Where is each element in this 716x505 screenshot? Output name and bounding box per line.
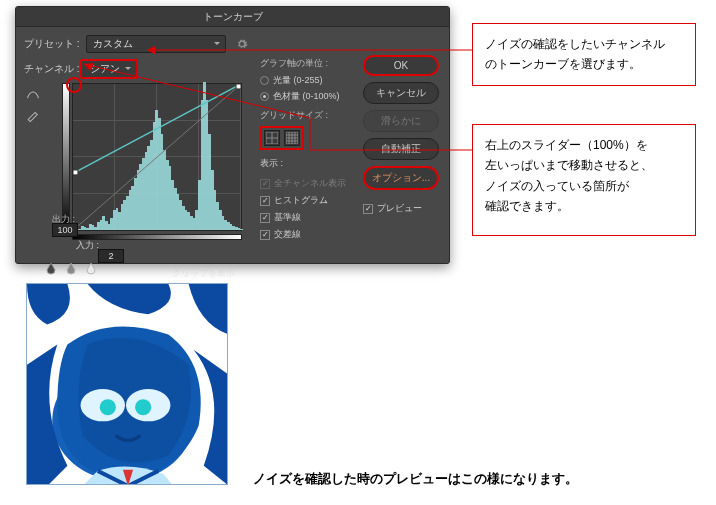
- preview-image: [26, 283, 228, 485]
- preview-check[interactable]: ✓プレビュー: [363, 202, 439, 215]
- check-intersection[interactable]: ✓交差線: [260, 228, 346, 241]
- gear-icon[interactable]: [236, 38, 248, 50]
- button-column: OK キャンセル 滑らかに 自動補正 オプション... ✓プレビュー: [363, 55, 439, 215]
- dialog-body: プリセット : カスタム チャンネル : シアン: [16, 27, 449, 91]
- eyedropper-black-icon[interactable]: [46, 263, 56, 275]
- check-histogram-label: ヒストグラム: [274, 194, 328, 207]
- preview-label: プレビュー: [377, 202, 422, 215]
- curve-tool-icon[interactable]: [24, 87, 42, 101]
- annotation-2-line-2: 左いっぱいまで移動させると、: [485, 155, 683, 175]
- radio-pigment[interactable]: 色材量 (0-100%): [260, 90, 366, 103]
- check-baseline-label: 基準線: [274, 211, 301, 224]
- grid-size-label: グリッドサイズ :: [260, 109, 366, 122]
- annotation-2-line-3: ノイズの入っている箇所が: [485, 176, 683, 196]
- radio-light[interactable]: 光量 (0-255): [260, 74, 366, 87]
- output-value[interactable]: 100: [52, 223, 78, 237]
- eyedropper-white-icon[interactable]: [86, 263, 96, 275]
- grid-size-buttons: [260, 126, 304, 150]
- auto-correct-button[interactable]: 自動補正: [363, 138, 439, 160]
- annotation-1-line-2: のトーンカーブを選びます。: [485, 54, 683, 74]
- curve-tools: [24, 87, 46, 123]
- channel-value: シアン: [90, 63, 120, 74]
- svg-point-26: [135, 399, 151, 415]
- channel-label: チャンネル :: [24, 62, 80, 76]
- input-value[interactable]: 2: [98, 249, 124, 263]
- radio-light-label: 光量 (0-255): [273, 74, 323, 87]
- tone-curve-dialog: トーンカーブ プリセット : カスタム チャンネル : シアン: [15, 6, 450, 264]
- curve-line: [73, 84, 241, 230]
- check-intersection-label: 交差線: [274, 228, 301, 241]
- display-options: グラフ軸の単位 : 光量 (0-255) 色材量 (0-100%) グリッドサイ…: [260, 57, 366, 158]
- preset-label: プリセット :: [24, 37, 80, 51]
- highlight-circle-icon: [65, 76, 83, 94]
- input-label: 入力 :: [76, 239, 99, 252]
- check-baseline[interactable]: ✓基準線: [260, 211, 346, 224]
- svg-rect-2: [73, 170, 78, 175]
- check-channel-overlay[interactable]: ✓全チャンネル表示: [260, 177, 346, 190]
- preview-caption: ノイズを確認した時のプレビューはこの様になります。: [253, 470, 578, 488]
- eyedropper-row: [46, 263, 96, 275]
- svg-rect-3: [236, 84, 241, 89]
- checkbox-icon: ✓: [363, 204, 373, 214]
- svg-point-25: [100, 399, 116, 415]
- annotation-2-line-1: 右上のスライダー（100%）を: [485, 135, 683, 155]
- preset-select[interactable]: カスタム: [86, 35, 226, 53]
- svg-point-4: [67, 78, 81, 92]
- annotation-2: 右上のスライダー（100%）を 左いっぱいまで移動させると、 ノイズの入っている…: [472, 124, 696, 236]
- show-checks: ✓全チャンネル表示 ✓ヒストグラム ✓基準線 ✓交差線: [260, 177, 346, 245]
- output-gradient: [62, 83, 70, 231]
- annotation-1-line-1: ノイズの確認をしたいチャンネル: [485, 34, 683, 54]
- eyedropper-gray-icon[interactable]: [66, 263, 76, 275]
- annotation-2-line-4: 確認できます。: [485, 196, 683, 216]
- checkbox-icon: ✓: [260, 213, 270, 223]
- curve-graph[interactable]: [72, 83, 242, 231]
- smooth-button: 滑らかに: [363, 110, 439, 132]
- dialog-title: トーンカーブ: [16, 7, 449, 27]
- annotation-1: ノイズの確認をしたいチャンネル のトーンカーブを選びます。: [472, 23, 696, 86]
- ok-button[interactable]: OK: [363, 55, 439, 76]
- grid-coarse-button[interactable]: [264, 130, 280, 146]
- options-button[interactable]: オプション...: [363, 166, 439, 190]
- preset-value: カスタム: [93, 38, 133, 49]
- preset-row: プリセット : カスタム: [24, 35, 441, 53]
- pencil-tool-icon[interactable]: [24, 109, 42, 123]
- check-histogram[interactable]: ✓ヒストグラム: [260, 194, 346, 207]
- radio-icon: [260, 92, 269, 101]
- cancel-button[interactable]: キャンセル: [363, 82, 439, 104]
- clip-show-label: クリップを表示: [172, 267, 235, 280]
- channel-select[interactable]: シアン: [80, 59, 138, 79]
- radio-pigment-label: 色材量 (0-100%): [273, 90, 340, 103]
- axis-unit-label: グラフ軸の単位 :: [260, 57, 366, 70]
- radio-icon: [260, 76, 269, 85]
- checkbox-icon: ✓: [260, 230, 270, 240]
- svg-line-0: [73, 84, 241, 230]
- svg-line-1: [74, 84, 241, 173]
- check-channel-overlay-label: 全チャンネル表示: [274, 177, 346, 190]
- checkbox-icon: ✓: [260, 179, 270, 189]
- show-label: 表示 :: [260, 157, 283, 170]
- grid-fine-button[interactable]: [284, 130, 300, 146]
- checkbox-icon: ✓: [260, 196, 270, 206]
